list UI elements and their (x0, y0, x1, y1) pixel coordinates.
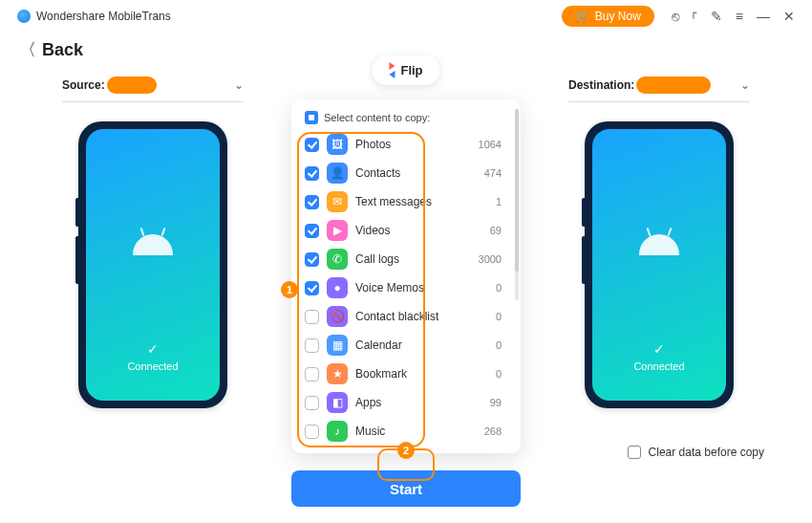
item-name: Apps (355, 396, 482, 409)
check-icon: ✓ (147, 341, 159, 357)
feedback-icon[interactable]: ⸀ (693, 10, 697, 23)
item-icon: ▦ (327, 335, 348, 356)
app-logo-icon (17, 10, 31, 23)
android-icon (637, 234, 681, 261)
cart-icon: 🛒 (575, 10, 589, 23)
content-panel: Select content to copy: 🖼Photos1064👤Cont… (291, 99, 521, 453)
item-checkbox[interactable] (305, 281, 319, 295)
item-icon: 👤 (327, 163, 348, 184)
source-status: Connected (127, 360, 178, 372)
item-name: Call logs (355, 252, 471, 266)
list-item[interactable]: 🖼Photos1064 (301, 130, 511, 159)
close-icon[interactable]: ✕ (783, 10, 795, 23)
item-count: 0 (496, 311, 507, 322)
item-count: 69 (490, 225, 507, 236)
item-count: 1064 (479, 139, 507, 150)
list-item[interactable]: ●Voice Memos0 (301, 273, 511, 302)
item-icon: ♪ (327, 421, 348, 442)
flip-icon (389, 62, 395, 78)
chevron-down-icon: ⌄ (740, 78, 750, 92)
item-checkbox[interactable] (305, 425, 319, 439)
source-selector[interactable]: Source: ⌄ (62, 71, 244, 102)
item-icon: 🖼 (327, 134, 348, 155)
app-title: Wondershare MobileTrans (17, 10, 171, 23)
item-count: 0 (496, 368, 507, 380)
check-icon: ✓ (653, 341, 665, 357)
scrollbar[interactable] (515, 109, 519, 300)
redacted-source (107, 76, 157, 94)
content-list: 🖼Photos1064👤Contacts474✉Text messages1▶V… (301, 130, 511, 446)
buy-now-button[interactable]: 🛒 Buy Now (562, 6, 654, 27)
redacted-destination (636, 76, 711, 94)
list-item[interactable]: ▶Videos69 (301, 216, 511, 245)
item-count: 474 (484, 167, 507, 179)
item-checkbox[interactable] (305, 166, 319, 181)
item-count: 3000 (479, 253, 507, 265)
item-name: Text messages (355, 195, 488, 208)
item-icon: ▶ (327, 220, 348, 241)
select-content-label: Select content to copy: (324, 112, 430, 123)
list-item[interactable]: ✉Text messages1 (301, 187, 511, 216)
destination-status: Connected (633, 360, 684, 372)
item-checkbox[interactable] (305, 396, 319, 410)
item-icon: ✆ (327, 249, 348, 270)
flip-button[interactable]: Flip (372, 55, 439, 85)
item-checkbox[interactable] (305, 367, 319, 381)
destination-phone: ✓ Connected (585, 121, 734, 408)
item-checkbox[interactable] (305, 338, 319, 353)
item-name: Photos (355, 138, 471, 151)
list-item[interactable]: 👤Contacts474 (301, 159, 511, 187)
item-checkbox[interactable] (305, 224, 319, 238)
item-checkbox[interactable] (305, 195, 319, 209)
item-name: Bookmark (355, 367, 488, 381)
annotation-step-2: 2 (397, 442, 415, 459)
edit-icon[interactable]: ✎ (711, 10, 722, 23)
item-icon: ★ (327, 363, 348, 384)
annotation-step-1: 1 (281, 281, 298, 298)
item-count: 1 (496, 196, 507, 207)
android-icon (131, 234, 175, 261)
item-checkbox[interactable] (305, 310, 319, 324)
item-name: Voice Memos (355, 281, 488, 294)
item-icon: 🚫 (327, 306, 348, 327)
list-item[interactable]: ◧Apps99 (301, 388, 511, 417)
item-count: 99 (490, 397, 507, 408)
list-item[interactable]: ✆Call logs3000 (301, 245, 511, 273)
account-icon[interactable]: ⎋ (672, 10, 679, 23)
item-count: 0 (496, 282, 507, 294)
item-checkbox[interactable] (305, 252, 319, 267)
item-name: Contact blacklist (355, 310, 488, 323)
chevron-left-icon: 〈 (19, 38, 36, 61)
source-phone: ✓ Connected (78, 121, 227, 408)
list-item[interactable]: ▦Calendar0 (301, 331, 511, 360)
start-button[interactable]: Start (291, 470, 521, 507)
item-count: 0 (496, 339, 507, 351)
list-item[interactable]: ★Bookmark0 (301, 360, 511, 388)
item-name: Calendar (355, 338, 488, 352)
menu-icon[interactable]: ≡ (736, 10, 743, 23)
destination-selector[interactable]: Destination: ⌄ (568, 71, 750, 102)
list-item[interactable]: 🚫Contact blacklist0 (301, 302, 511, 331)
clear-data-option[interactable]: Clear data before copy (628, 446, 764, 459)
minimize-icon[interactable]: — (757, 10, 770, 23)
clear-data-checkbox[interactable] (628, 446, 641, 459)
chevron-down-icon: ⌄ (234, 78, 244, 92)
item-icon: ◧ (327, 392, 348, 413)
item-checkbox[interactable] (305, 138, 319, 152)
item-name: Contacts (355, 166, 477, 180)
item-count: 268 (484, 425, 507, 437)
titlebar: Wondershare MobileTrans 🛒 Buy Now ⎋ ⸀ ✎ … (0, 0, 812, 33)
item-name: Videos (355, 224, 482, 237)
item-icon: ✉ (327, 191, 348, 212)
select-all-checkbox[interactable] (305, 111, 318, 124)
item-name: Music (355, 425, 477, 438)
item-icon: ● (327, 277, 348, 298)
